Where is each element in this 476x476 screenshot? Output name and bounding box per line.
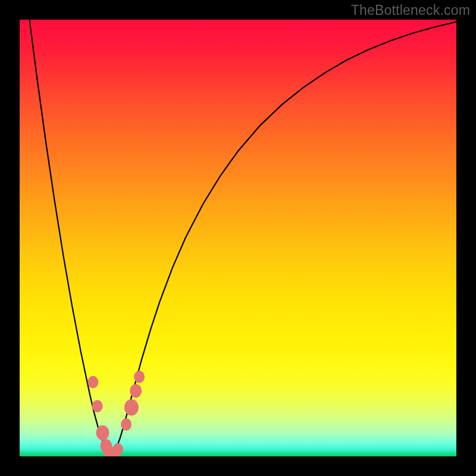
plot-area (20, 20, 456, 456)
curve-marker (124, 399, 139, 416)
curve-marker (121, 418, 131, 431)
curve-marker (134, 371, 145, 383)
curve-marker (130, 384, 142, 397)
outer-frame: TheBottleneck.com (0, 0, 476, 476)
bottleneck-curve (20, 20, 456, 456)
watermark-text: TheBottleneck.com (351, 2, 470, 18)
marker-group (87, 371, 145, 456)
curve-marker (96, 425, 109, 440)
chart-svg (20, 20, 456, 456)
curve-marker (87, 376, 98, 389)
curve-marker (112, 443, 123, 456)
curve-marker (92, 400, 103, 412)
